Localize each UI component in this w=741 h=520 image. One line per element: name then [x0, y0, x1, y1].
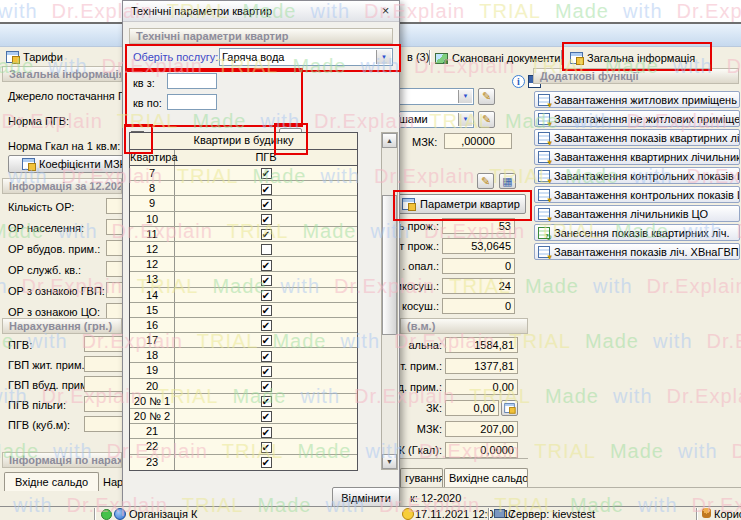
table-row[interactable]: 17✔ [130, 333, 357, 348]
pgv-checkbox[interactable]: ✔ [261, 457, 272, 468]
scroll-down-icon[interactable]: ▼ [382, 454, 397, 469]
cancel-button[interactable]: Відмінити [332, 487, 400, 508]
dialog-title-bar[interactable]: Технічні параметри квартир × [123, 1, 399, 22]
pgv-checkbox[interactable]: ✔ [261, 442, 272, 453]
table-row[interactable]: 14✔ [130, 288, 357, 303]
pgv-checkbox[interactable] [261, 244, 272, 255]
tab-adjustment-fragment[interactable]: гування [400, 468, 443, 487]
kv-from-input[interactable] [167, 73, 217, 89]
field-value[interactable]: 0 [442, 298, 515, 314]
field-value[interactable]: 207,00 [445, 421, 518, 437]
field-value[interactable]: 24 [442, 278, 515, 294]
load-control-readings-co-button[interactable]: Завантаження контрольних показів ЦО [534, 186, 740, 203]
table-row[interactable]: 23✔ [130, 455, 357, 470]
table-row[interactable]: 18✔ [130, 348, 357, 363]
table-row[interactable]: 11✔ [130, 227, 357, 242]
pgv-checkbox[interactable]: ✔ [261, 351, 272, 362]
field-value[interactable]: 53,0645 [442, 238, 515, 254]
table-row[interactable]: 12 [130, 242, 357, 257]
table-row[interactable]: 22✔ [130, 439, 357, 454]
pgv-checkbox[interactable]: ✔ [261, 427, 272, 438]
table-row[interactable]: 20 № 2✔ [130, 409, 357, 424]
load-residential-button[interactable]: Завантаження житлових приміщень [534, 91, 740, 108]
scrollbar-thumb[interactable] [382, 195, 397, 335]
table-row[interactable]: 10✔ [130, 212, 357, 227]
table-row[interactable]: 13✔ [130, 272, 357, 287]
apartment-params-button[interactable]: Параметри квартир [396, 194, 526, 214]
load-apartment-meters-button[interactable]: Завантаження квартирних лічильників [534, 148, 740, 165]
load-readings-hvnagvp-button[interactable]: Завантаження показів ліч. ХВнаГВП [534, 243, 740, 260]
pgv-checkbox[interactable]: ✔ [261, 214, 272, 225]
tab-outgoing-saldo[interactable]: Вихідне сальдо [444, 468, 528, 487]
pgv-checkbox[interactable]: ✔ [261, 260, 272, 271]
tab-tariffs[interactable]: Тарифи [6, 48, 63, 66]
info-icon[interactable]: i [512, 75, 525, 88]
house-combo-1[interactable]: ▼ [396, 88, 474, 105]
chevron-down-icon[interactable]: ▼ [458, 113, 472, 126]
close-icon[interactable]: × [377, 3, 394, 19]
tab-scanned-documents[interactable]: Скановані документи [435, 49, 561, 67]
chevron-down-icon[interactable]: ▼ [376, 50, 391, 64]
pgv-checkbox[interactable]: ✔ [261, 366, 272, 377]
pgv-checkbox[interactable]: ✔ [261, 199, 272, 210]
field-value[interactable] [84, 396, 126, 412]
load-apartment-readings-button[interactable]: Завантаження показів квартирних ліч. [534, 129, 740, 146]
button-label: Завантаження показів квартирних ліч. [554, 132, 740, 144]
tab-general-info[interactable]: Загальна інформація [570, 49, 695, 67]
table-row[interactable]: 20 № 1✔ [130, 394, 357, 409]
pgv-checkbox[interactable]: ✔ [261, 275, 272, 286]
field-label: альна: [408, 339, 442, 351]
mzk-coefficients-button[interactable]: Коефіцієнти МЗК [8, 155, 140, 173]
load-meters-co-button[interactable]: Завантаження лічильників ЦО [534, 205, 740, 222]
field-value[interactable]: 53 [442, 218, 515, 234]
history-calendar-button[interactable]: ▦ [499, 173, 516, 189]
dialog-scrollbar[interactable]: ▲ ▼ [381, 132, 398, 470]
house-combo-2[interactable]: шами ▼ [396, 111, 474, 128]
general-info-header: Загальна інформація [2, 66, 122, 82]
field-value[interactable]: 0,0000 [445, 442, 518, 458]
pgv-checkbox[interactable]: ✔ [261, 381, 272, 392]
field-value[interactable] [84, 356, 126, 372]
edit-combo-1-button[interactable]: ✎ [478, 88, 495, 105]
load-control-readings-gv-button[interactable]: Завантаження контрольних показів ГВ [534, 167, 740, 184]
field-value[interactable] [84, 416, 126, 432]
pgv-checkbox[interactable]: ✔ [261, 184, 272, 195]
pgv-checkbox[interactable]: ✔ [261, 290, 272, 301]
tab-docs-fragment[interactable]: в (3) [407, 51, 429, 63]
load-nonresidential-button[interactable]: Завантаження не житлових приміщень [534, 110, 740, 127]
mzk-value-field[interactable]: ,00000 [444, 133, 512, 149]
table-row[interactable]: 16✔ [130, 318, 357, 333]
table-row[interactable]: 21✔ [130, 424, 357, 439]
kv-to-input[interactable] [167, 94, 217, 110]
table-row[interactable]: 20✔ [130, 379, 357, 394]
tab-incoming-saldo[interactable]: Вхідне сальдо [4, 472, 99, 491]
pgv-checkbox[interactable]: ✔ [261, 305, 272, 316]
table-row[interactable]: 9✔ [130, 196, 357, 211]
field-value[interactable]: 0,00 [445, 400, 499, 416]
mzk-edit-button[interactable] [501, 400, 518, 416]
field-value[interactable]: 1377,81 [445, 358, 518, 374]
pgv-checkbox[interactable]: ✔ [261, 320, 272, 331]
table-row[interactable]: 19✔ [130, 363, 357, 378]
service-combobox[interactable]: Гаряча вода ▼ [219, 48, 393, 66]
chevron-down-icon[interactable]: ▼ [458, 90, 472, 103]
table-row[interactable]: 12✔ [130, 257, 357, 272]
pgv-checkbox[interactable]: ✔ [261, 168, 272, 179]
field-value[interactable]: 1584,81 [445, 337, 518, 353]
edit-page-button[interactable]: ✎ [477, 173, 494, 189]
table-row[interactable]: 8✔ [130, 181, 357, 196]
enter-apartment-readings-button[interactable]: Занесення показів квартирних ліч. [534, 224, 740, 241]
edit-combo-2-button[interactable]: ✎ [478, 111, 495, 128]
pgv-checkbox[interactable]: ✔ [261, 411, 272, 422]
scroll-up-icon[interactable]: ▲ [382, 133, 397, 148]
table-row[interactable]: 15✔ [130, 303, 357, 318]
field-value[interactable]: 0,00 [445, 379, 518, 395]
table-row[interactable]: 7✔ [130, 166, 357, 181]
pgv-checkbox[interactable]: ✔ [261, 335, 272, 346]
field-value[interactable] [84, 376, 126, 392]
field-value[interactable] [84, 336, 126, 352]
field-value[interactable]: 0 [442, 258, 515, 274]
pgv-checkbox[interactable]: ✔ [261, 396, 272, 407]
pgv-checkbox[interactable]: ✔ [261, 229, 272, 240]
tab-accrual-fragment[interactable]: Нар [103, 476, 123, 488]
